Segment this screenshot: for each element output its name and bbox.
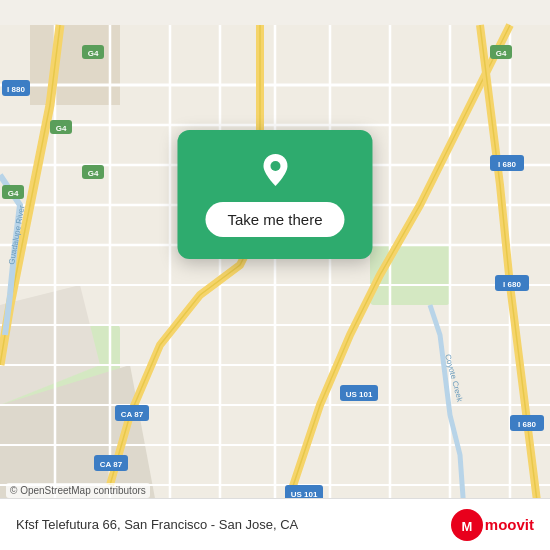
- svg-text:G4: G4: [496, 49, 507, 58]
- bottom-bar: Kfsf Telefutura 66, San Francisco - San …: [0, 498, 550, 550]
- map-svg: I 880 G4 G4 G4 G4 G4 I 680 I 680 I 680 C…: [0, 0, 550, 550]
- map-attribution: © OpenStreetMap contributors: [6, 483, 150, 498]
- svg-text:G4: G4: [88, 49, 99, 58]
- location-text: Kfsf Telefutura 66, San Francisco - San …: [16, 517, 298, 532]
- svg-text:G4: G4: [88, 169, 99, 178]
- moovit-text: moovit: [485, 516, 534, 533]
- svg-text:US 101: US 101: [346, 390, 373, 399]
- svg-text:CA 87: CA 87: [121, 410, 144, 419]
- svg-text:I 680: I 680: [498, 160, 516, 169]
- svg-text:CA 87: CA 87: [100, 460, 123, 469]
- location-pin-icon: [253, 148, 297, 192]
- svg-point-55: [270, 161, 280, 171]
- svg-marker-3: [30, 25, 120, 105]
- svg-text:M: M: [461, 519, 472, 534]
- moovit-icon: M: [451, 509, 483, 541]
- svg-text:I 680: I 680: [518, 420, 536, 429]
- svg-text:G4: G4: [56, 124, 67, 133]
- svg-text:I 880: I 880: [7, 85, 25, 94]
- take-me-there-button[interactable]: Take me there: [205, 202, 344, 237]
- moovit-logo: M moovit: [451, 509, 534, 541]
- svg-text:G4: G4: [8, 189, 19, 198]
- svg-text:I 680: I 680: [503, 280, 521, 289]
- popup-card: Take me there: [177, 130, 372, 259]
- map-container: I 880 G4 G4 G4 G4 G4 I 680 I 680 I 680 C…: [0, 0, 550, 550]
